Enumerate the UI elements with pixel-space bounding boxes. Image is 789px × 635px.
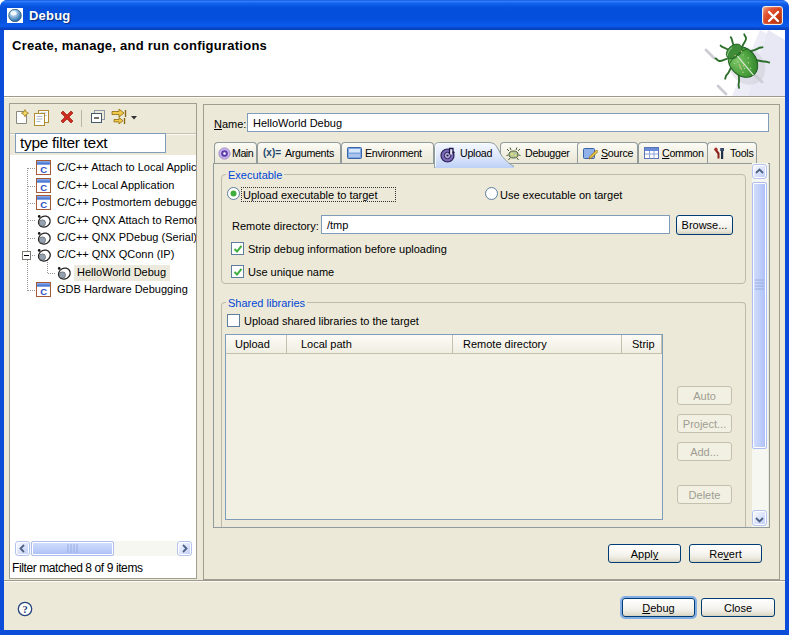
svg-text:C: C [40,182,47,193]
svg-text:?: ? [22,604,27,615]
svg-text:C: C [40,199,47,210]
svg-text:C: C [40,286,47,297]
svg-text:C: C [40,164,47,175]
